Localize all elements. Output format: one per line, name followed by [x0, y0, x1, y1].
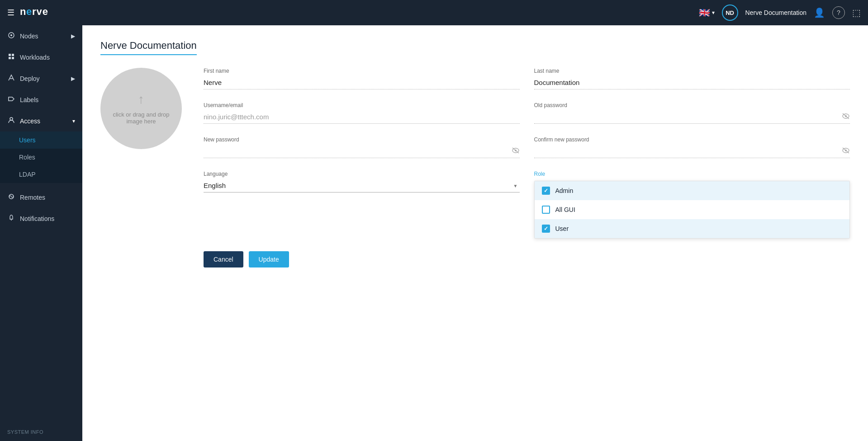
admin-checkbox[interactable]	[542, 187, 550, 195]
button-row: Cancel Update	[204, 251, 850, 267]
form-area: First name Last name Username/email	[204, 68, 850, 267]
update-button[interactable]: Update	[249, 251, 289, 267]
first-name-label: First name	[204, 68, 520, 74]
navbar-left: ☰ n e rve	[7, 5, 56, 20]
last-name-group: Last name	[534, 68, 850, 89]
access-icon	[7, 117, 15, 125]
sidebar-item-access[interactable]: Access ▾	[0, 110, 82, 131]
username-input[interactable]	[204, 110, 520, 124]
sidebar-label-nodes: Nodes	[20, 33, 38, 40]
upload-arrow-icon: ↑	[138, 92, 144, 107]
svg-text:n: n	[20, 6, 26, 17]
language-select[interactable]: English German French	[204, 179, 520, 192]
new-password-input[interactable]	[204, 145, 520, 158]
labels-icon	[7, 95, 15, 104]
nerve-logo-svg: n e rve	[20, 5, 56, 18]
sidebar-item-workloads[interactable]: Workloads	[0, 47, 82, 68]
confirm-password-group: Confirm new password	[534, 136, 850, 158]
first-name-input[interactable]	[204, 76, 520, 89]
flag-dropdown-arrow: ▾	[712, 9, 715, 16]
user-checkbox[interactable]	[542, 225, 550, 233]
sidebar-item-deploy[interactable]: Deploy ▶	[0, 68, 82, 89]
password-row: New password Confirm new password	[204, 136, 850, 158]
svg-text:rve: rve	[32, 6, 48, 17]
sidebar-label-deploy: Deploy	[20, 75, 40, 82]
nodes-chevron: ▶	[71, 33, 75, 39]
svg-rect-5	[9, 54, 11, 56]
old-password-wrapper	[534, 110, 850, 124]
navbar-right: 🇬🇧 ▾ ND Nerve Documentation 👤 ? ⬚	[699, 5, 861, 21]
old-password-eye-icon[interactable]	[842, 113, 850, 121]
confirm-password-label: Confirm new password	[534, 136, 850, 143]
role-label: Role	[534, 171, 850, 177]
svg-point-9	[10, 117, 13, 120]
user-profile-icon[interactable]: 👤	[814, 7, 825, 18]
user-label: User	[555, 225, 569, 232]
role-option-admin[interactable]: Admin	[535, 181, 850, 200]
name-row: First name Last name	[204, 68, 850, 89]
language-group: Language English German French	[204, 171, 520, 192]
new-password-label: New password	[204, 136, 520, 143]
sidebar-item-labels[interactable]: Labels	[0, 89, 82, 110]
confirm-password-eye-icon[interactable]	[842, 147, 850, 155]
old-password-label: Old password	[534, 102, 850, 108]
layout: Nodes ▶ Workloads Deploy ▶ Labels	[0, 25, 868, 441]
sidebar: Nodes ▶ Workloads Deploy ▶ Labels	[0, 25, 82, 441]
cancel-button[interactable]: Cancel	[204, 251, 243, 267]
access-chevron: ▾	[72, 118, 75, 124]
credentials-row: Username/email Old password	[204, 102, 850, 124]
role-option-all-gui[interactable]: All GUI	[535, 200, 850, 219]
deploy-icon	[7, 74, 15, 83]
main-content: Nerve Documentation ↑ click or drag and …	[82, 25, 868, 441]
workloads-icon	[7, 53, 15, 61]
sidebar-item-remotes[interactable]: Remotes	[0, 187, 82, 208]
sidebar-label-access: Access	[20, 117, 40, 125]
confirm-password-input[interactable]	[534, 145, 850, 158]
logout-icon[interactable]: ⬚	[852, 7, 861, 18]
profile-section: ↑ click or drag and drop image here Firs…	[100, 68, 850, 267]
username-group: Username/email	[204, 102, 520, 124]
sidebar-label-workloads: Workloads	[20, 54, 50, 61]
all-gui-checkbox[interactable]	[542, 206, 550, 214]
sidebar-label-labels: Labels	[20, 96, 38, 103]
language-label: Language	[204, 171, 520, 177]
sidebar-item-roles[interactable]: Roles	[0, 149, 82, 166]
sidebar-label-remotes: Remotes	[20, 194, 45, 201]
svg-rect-7	[9, 57, 11, 59]
nav-username: Nerve Documentation	[745, 9, 806, 16]
svg-text:e: e	[26, 6, 32, 17]
avatar-upload-text: click or drag and drop image here	[111, 111, 171, 125]
new-password-wrapper	[204, 145, 520, 158]
nerve-logo: n e rve	[20, 5, 56, 20]
language-selector[interactable]: 🇬🇧 ▾	[699, 7, 715, 18]
old-password-group: Old password	[534, 102, 850, 124]
role-group: Role Admin All GUI	[534, 171, 850, 239]
sidebar-item-nodes[interactable]: Nodes ▶	[0, 25, 82, 47]
avatar-upload-area[interactable]: ↑ click or drag and drop image here	[100, 68, 182, 149]
last-name-input[interactable]	[534, 76, 850, 89]
all-gui-label: All GUI	[555, 206, 575, 213]
svg-point-4	[10, 34, 12, 36]
old-password-input[interactable]	[534, 110, 850, 124]
new-password-eye-icon[interactable]	[512, 147, 520, 155]
help-icon[interactable]: ?	[832, 6, 845, 19]
admin-label: Admin	[555, 187, 574, 194]
first-name-group: First name	[204, 68, 520, 89]
user-avatar[interactable]: ND	[722, 5, 738, 21]
notifications-icon	[7, 214, 15, 223]
lang-role-row: Language English German French Role	[204, 171, 850, 239]
role-dropdown: Admin All GUI User	[534, 181, 850, 239]
flag-icon: 🇬🇧	[699, 7, 710, 18]
username-label: Username/email	[204, 102, 520, 108]
sidebar-system-info[interactable]: SYSTEM INFO	[0, 423, 82, 441]
sidebar-item-users[interactable]: Users	[0, 131, 82, 149]
svg-rect-6	[12, 54, 14, 56]
sidebar-item-notifications[interactable]: Notifications	[0, 208, 82, 229]
nodes-icon	[7, 32, 15, 40]
navbar: ☰ n e rve 🇬🇧 ▾ ND Nerve Documentation 👤 …	[0, 0, 868, 25]
last-name-label: Last name	[534, 68, 850, 74]
sidebar-label-notifications: Notifications	[20, 215, 54, 222]
sidebar-item-ldap[interactable]: LDAP	[0, 166, 82, 183]
role-option-user[interactable]: User	[535, 219, 850, 238]
hamburger-icon[interactable]: ☰	[7, 8, 14, 18]
